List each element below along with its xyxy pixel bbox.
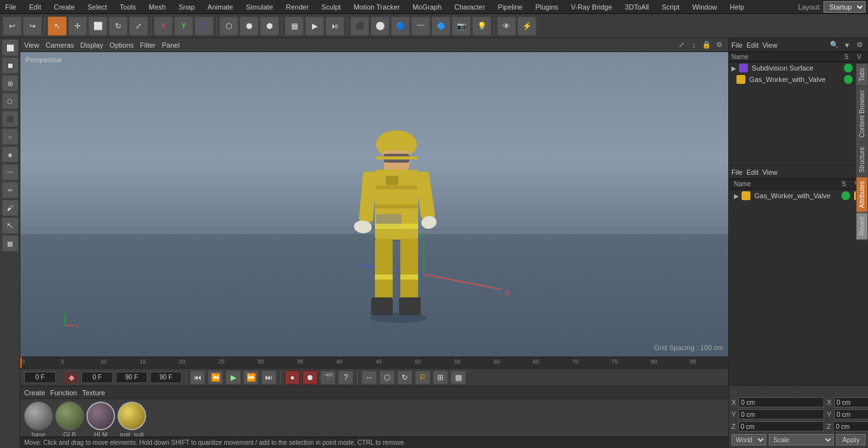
material-item-glb[interactable]: GLB	[55, 402, 84, 438]
menu-mograph[interactable]: MoGraph	[410, 2, 444, 12]
rtab-tabs[interactable]: Tabs	[856, 64, 868, 86]
lt-grid-mode[interactable]: ⊞	[2, 75, 18, 92]
z-axis-button[interactable]: Z	[194, 17, 214, 36]
menu-snap[interactable]: Snap	[176, 2, 198, 12]
rtab-structure[interactable]: Structure	[856, 142, 868, 177]
vp-menu-filter[interactable]: Filter	[140, 41, 155, 49]
coord-y-size-field[interactable]	[834, 409, 868, 419]
snapping-loop-button[interactable]: ↻	[397, 370, 412, 384]
render-view-button[interactable]: ▶	[305, 17, 324, 36]
menu-edit[interactable]: Edit	[27, 2, 44, 12]
menu-mesh[interactable]: Mesh	[146, 2, 168, 12]
vp-menu-panel[interactable]: Panel	[162, 41, 180, 49]
menu-simulate[interactable]: Simulate	[243, 2, 276, 12]
undo-button[interactable]: ↩	[3, 17, 22, 36]
start-frame-field[interactable]	[81, 372, 113, 383]
menu-vray[interactable]: V-Ray Bridge	[569, 2, 615, 12]
obj-menu-edit[interactable]: Edit	[747, 41, 759, 49]
toggle-timeline-button[interactable]: ▦	[451, 370, 466, 384]
scale-select[interactable]: Scale Size	[769, 434, 834, 445]
sphere-primitive-button[interactable]: ⚪	[370, 17, 390, 36]
snapping-edge-button[interactable]: ⬡	[379, 370, 395, 384]
menu-help[interactable]: Help	[728, 2, 747, 12]
lt-deformer[interactable]: ◈	[2, 146, 18, 163]
vp-menu-display[interactable]: Display	[80, 41, 103, 49]
attr-menu-edit[interactable]: Edit	[747, 168, 759, 176]
cube-primitive-button[interactable]: ⬛	[350, 17, 369, 36]
vp-icon-sync[interactable]: ↕	[689, 40, 699, 50]
menu-select[interactable]: Select	[85, 2, 110, 12]
menu-pipeline[interactable]: Pipeline	[495, 2, 525, 12]
material-item-mat-suit[interactable]: mat_suit	[118, 402, 146, 438]
menu-animate[interactable]: Animate	[205, 2, 236, 12]
menu-tools[interactable]: Tools	[117, 2, 139, 12]
spline-button[interactable]: 〰	[411, 17, 430, 36]
material-item-hlm[interactable]: HLM	[86, 402, 115, 438]
x-axis-button[interactable]: X	[154, 17, 173, 36]
lt-paint[interactable]: 🖌	[2, 200, 18, 216]
timeline-area[interactable]: 051015202530354045505560657075808590	[20, 356, 728, 368]
obj-menu-view[interactable]: View	[763, 41, 778, 49]
snapping-move-button[interactable]: ↔	[362, 370, 377, 384]
lt-spline2[interactable]: 〰	[2, 164, 18, 180]
vp-icon-expand[interactable]: ⤢	[676, 40, 686, 50]
lt-object[interactable]: ⬛	[2, 111, 18, 127]
attr-vis-s1[interactable]	[841, 191, 850, 200]
prev-frame-button[interactable]: ⏪	[208, 370, 223, 384]
attr-menu-file[interactable]: File	[731, 168, 743, 176]
menu-create[interactable]: Create	[51, 2, 78, 12]
autokey-button[interactable]: ⏺	[302, 370, 318, 384]
menu-render[interactable]: Render	[283, 2, 311, 12]
scale-tool-button[interactable]: ⬜	[88, 17, 107, 36]
go-to-start-button[interactable]: ⏮	[190, 370, 205, 384]
vp-icon-settings[interactable]: ⚙	[714, 40, 724, 50]
display-mode-button[interactable]: 👁	[497, 17, 516, 36]
point-mode-button[interactable]: ⬢	[260, 17, 279, 36]
menu-motion-tracker[interactable]: Motion Tracker	[351, 2, 402, 12]
menu-script[interactable]: Script	[659, 2, 682, 12]
redo-button[interactable]: ↪	[23, 17, 42, 36]
cylinder-primitive-button[interactable]: 🔵	[391, 17, 410, 36]
coord-y-pos-field[interactable]	[738, 409, 824, 419]
obj-search-icon[interactable]: 🔍	[829, 39, 840, 51]
transform-tool-button[interactable]: ⤢	[129, 17, 148, 36]
menu-character[interactable]: Character	[452, 2, 487, 12]
help-button[interactable]: ?	[338, 370, 353, 384]
vp-icon-lock[interactable]: 🔒	[702, 40, 712, 50]
mat-menu-function[interactable]: Function	[50, 389, 77, 397]
rtab-content-browser[interactable]: Content Browser	[856, 86, 868, 142]
next-frame-button[interactable]: ⏩	[243, 370, 259, 384]
vp-menu-view[interactable]: View	[24, 41, 39, 49]
polygon-mode-button[interactable]: ⬡	[219, 17, 238, 36]
rtab-revert[interactable]: Revert	[856, 212, 868, 240]
menu-plugins[interactable]: Plugins	[532, 2, 560, 12]
mat-menu-texture[interactable]: Texture	[82, 389, 105, 397]
obj-vis-s1[interactable]	[844, 64, 853, 72]
obj-settings-icon[interactable]: ⚙	[854, 39, 865, 51]
obj-row-subdivision-surface[interactable]: ▶ Subdivision Surface	[729, 62, 868, 74]
record-button[interactable]: ●	[285, 370, 300, 384]
lt-grid2[interactable]: ▦	[2, 235, 18, 252]
light-button[interactable]: 💡	[472, 17, 491, 36]
obj-filter-icon[interactable]: ▼	[841, 39, 853, 51]
current-frame-field[interactable]: 0 F	[24, 372, 56, 383]
render-all-button[interactable]: ⏯	[325, 17, 344, 36]
viewport[interactable]: Y X X Y	[20, 52, 728, 356]
quick-render-button[interactable]: ⚡	[517, 17, 536, 36]
menu-sculpt[interactable]: Sculpt	[319, 2, 344, 12]
snapping-grid-button[interactable]: ⊞	[433, 370, 448, 384]
select-tool-button[interactable]: ↖	[48, 17, 67, 36]
world-select[interactable]: World Object	[731, 434, 766, 445]
menu-3dtoall[interactable]: 3DToAll	[622, 2, 651, 12]
material-item-base[interactable]: base	[24, 402, 53, 438]
mat-menu-create[interactable]: Create	[24, 389, 45, 397]
y-axis-button[interactable]: Y	[174, 17, 193, 36]
end-frame-field-2[interactable]	[150, 372, 182, 383]
obj-vis-s2[interactable]	[844, 75, 853, 84]
menu-window[interactable]: Window	[689, 2, 719, 12]
rotate-tool-button[interactable]: ↻	[109, 17, 128, 36]
lt-sculpt2[interactable]: ⛏	[2, 217, 18, 234]
end-frame-field-1[interactable]	[116, 372, 147, 383]
obj-row-gas-worker[interactable]: Gas_Worker_with_Valve	[729, 74, 868, 85]
lt-texture-mode[interactable]: 🔲	[2, 57, 18, 74]
